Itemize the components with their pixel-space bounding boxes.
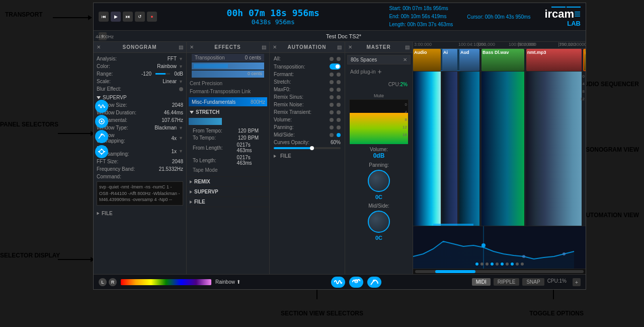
timecode-large: 00h 07m 18s 956ms xyxy=(161,8,385,18)
midside-section: Mid/Side: 0C xyxy=(347,202,411,242)
effects-close-button[interactable]: ✕ xyxy=(190,44,194,50)
clip-label-odb: 0dB xyxy=(585,50,586,55)
from-length-value: 0217s 463ms xyxy=(237,142,266,153)
auto-stretch-dot2[interactable] xyxy=(337,80,341,84)
ripple-toggle-button[interactable]: RIPPLE xyxy=(494,278,520,286)
auto-stretch-dot1[interactable] xyxy=(330,80,334,84)
auto-remix-noise-dot2[interactable] xyxy=(337,103,341,107)
sonogram-panel-title: SONOGRAM xyxy=(104,44,176,50)
auto-maxf0-dot1[interactable] xyxy=(330,88,334,92)
db-marker-top: 0 xyxy=(405,102,407,107)
sonogram-file-row[interactable]: FILE xyxy=(97,211,183,216)
automation-midside-row: Mid/Side: xyxy=(272,131,343,139)
remix-title: REMIX xyxy=(194,179,210,184)
sonogram-close-button[interactable]: ✕ xyxy=(97,44,101,50)
cpu-status: CPU:1% xyxy=(547,278,567,286)
window-duration-row: Window Duration: 46.44ms xyxy=(97,110,183,115)
auto-formant-label: Formant: xyxy=(274,72,327,77)
auto-midside-dot1[interactable] xyxy=(330,133,334,137)
misc-fundamentals-bar[interactable]: Misc-Fundamentals 800Hz xyxy=(189,97,267,106)
audio-clip-odb[interactable]: 0dB xyxy=(583,49,586,71)
auto-remix-noise-dot1[interactable] xyxy=(330,103,334,107)
audio-clip-audio[interactable]: Audio xyxy=(413,49,441,71)
section-view-curve-button[interactable] xyxy=(367,277,381,288)
midside-knob[interactable] xyxy=(368,211,390,233)
add-plugin-button[interactable]: Add plug-in + xyxy=(347,67,411,77)
audio-clip-bass[interactable]: Bass Dl.wav xyxy=(481,49,524,71)
automation-menu-button[interactable]: ▤ xyxy=(337,44,342,50)
auto-remix-transient-dot1[interactable] xyxy=(330,110,334,114)
spectrogram-4 xyxy=(481,72,524,226)
stretch-header[interactable]: STRETCH xyxy=(187,107,269,117)
label-audio-sequencer: AUDIO SEQUENCER xyxy=(580,81,639,88)
auto-remix-transient-dot2[interactable] xyxy=(337,110,341,114)
snap-toggle-button[interactable]: SNAP xyxy=(522,278,544,286)
auto-volume-dot1[interactable] xyxy=(330,118,334,122)
effects-supervp-header[interactable]: SUPERVP xyxy=(187,187,269,197)
auto-remix-sinus-dot2[interactable] xyxy=(337,95,341,99)
audio-clip-mp3[interactable]: nmt.mp3 xyxy=(526,49,582,71)
panning-knob[interactable] xyxy=(368,170,390,192)
scrollbar-thumb[interactable] xyxy=(435,270,475,273)
master-menu-button[interactable]: ▤ xyxy=(405,44,410,50)
section-view-wave-button[interactable] xyxy=(331,277,345,288)
panel-selector-curve-button[interactable] xyxy=(95,130,108,143)
from-tempo-row: From Tempo: 120 BPM xyxy=(193,128,266,134)
left-channel-button[interactable]: L xyxy=(99,278,107,286)
automation-close-button[interactable]: ✕ xyxy=(273,44,277,50)
auto-maxf0-dot2[interactable] xyxy=(337,88,341,92)
midside-value: 0C xyxy=(349,235,409,241)
color-select[interactable]: Rainbow ⬆ xyxy=(215,279,240,285)
section-view-spectrum-button[interactable] xyxy=(349,277,363,288)
rewind-button[interactable]: ⏮ xyxy=(99,12,109,22)
window-type-value: Blackman xyxy=(141,125,177,130)
sonogram-menu-button[interactable]: ▤ xyxy=(179,44,183,50)
effects-file-header[interactable]: FILE xyxy=(187,197,269,207)
wave-icon xyxy=(334,279,342,286)
panel-selector-settings-button[interactable] xyxy=(95,145,108,158)
auto-transposition-toggle[interactable] xyxy=(330,63,341,70)
auto-volume-dot2[interactable] xyxy=(337,118,341,122)
loop-button[interactable]: ↺ xyxy=(135,12,145,22)
fast-forward-button[interactable]: ⏭ xyxy=(123,12,133,22)
audio-clip-aud[interactable]: Aud xyxy=(459,49,479,71)
status-add-button[interactable]: + xyxy=(573,278,581,286)
audio-clip-ai[interactable]: Ai xyxy=(442,49,457,71)
panel-selector-wave-button[interactable] xyxy=(95,100,108,113)
master-close-button[interactable]: ✕ xyxy=(348,44,352,50)
remix-header[interactable]: REMIX xyxy=(187,177,269,186)
auto-panning-dot1[interactable] xyxy=(330,125,334,129)
auto-all-dot2[interactable] xyxy=(337,57,341,61)
stretch-title: STRETCH xyxy=(196,109,219,115)
auto-panning-dot2[interactable] xyxy=(337,125,341,129)
right-channel-button[interactable]: R xyxy=(109,278,117,286)
db-marker-right-3: 12 xyxy=(580,97,585,101)
midi-toggle-button[interactable]: MIDI xyxy=(472,278,491,286)
record-button[interactable]: ● xyxy=(147,12,157,22)
panel-selector-spectrum-button[interactable] xyxy=(95,115,108,128)
svg-point-9 xyxy=(100,150,104,154)
misc-fundamentals-value: 800Hz xyxy=(251,99,265,105)
midside-label: Mid/Side: xyxy=(349,203,409,209)
volume-meter-fill xyxy=(350,113,408,144)
blur-toggle[interactable] xyxy=(179,87,183,91)
play-button[interactable]: ▶ xyxy=(111,12,121,22)
auto-all-dot1[interactable] xyxy=(330,57,334,61)
range-max: 0dB xyxy=(174,71,183,77)
auto-curves-opacity-label: Curves Opacity: xyxy=(274,140,328,145)
misc-fundamentals-label: Misc-Fundamentals xyxy=(192,99,235,105)
automation-file-row[interactable]: FILE xyxy=(274,153,341,159)
fft-size-label: FFT Size: xyxy=(97,159,139,164)
window-size-row: Window Size: 2048 xyxy=(97,102,183,108)
master-plugin-close[interactable]: ✕ xyxy=(403,57,407,62)
effects-menu-button[interactable]: ▤ xyxy=(262,44,266,50)
supervp-collapse-icon[interactable] xyxy=(97,96,101,99)
auto-formant-dot2[interactable] xyxy=(337,73,341,77)
stretch-bar xyxy=(189,118,222,125)
auto-remix-sinus-dot1[interactable] xyxy=(330,95,334,99)
auto-formant-dot1[interactable] xyxy=(330,73,334,77)
auto-remix-sinus-label: Remix Sinus: xyxy=(274,94,327,100)
sequencer-scrollbar[interactable] xyxy=(413,269,586,274)
curves-opacity-slider[interactable] xyxy=(274,147,341,149)
auto-midside-dot2[interactable] xyxy=(337,133,341,137)
